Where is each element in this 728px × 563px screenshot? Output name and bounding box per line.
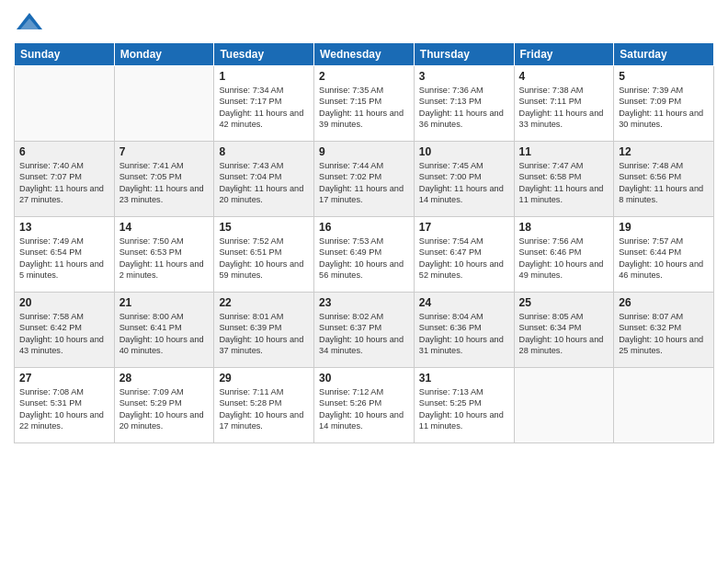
day-number: 29 [219, 372, 309, 385]
calendar-cell: 9Sunrise: 7:44 AM Sunset: 7:02 PM Daylig… [314, 142, 415, 217]
day-header-saturday: Saturday [614, 43, 714, 66]
day-number: 7 [119, 145, 210, 158]
cell-content: Sunrise: 7:12 AM Sunset: 5:26 PM Dayligh… [319, 386, 409, 432]
day-number: 8 [219, 145, 309, 158]
calendar-cell [114, 66, 214, 142]
calendar-cell: 11Sunrise: 7:47 AM Sunset: 6:58 PM Dayli… [514, 142, 614, 217]
cell-content: Sunrise: 7:50 AM Sunset: 6:53 PM Dayligh… [119, 236, 210, 282]
cell-content: Sunrise: 8:04 AM Sunset: 6:36 PM Dayligh… [419, 311, 509, 357]
calendar-cell: 28Sunrise: 7:09 AM Sunset: 5:29 PM Dayli… [114, 368, 214, 443]
calendar-cell: 3Sunrise: 7:36 AM Sunset: 7:13 PM Daylig… [414, 66, 514, 142]
day-header-monday: Monday [114, 43, 214, 66]
calendar-cell: 2Sunrise: 7:35 AM Sunset: 7:15 PM Daylig… [314, 66, 415, 142]
day-number: 12 [619, 145, 709, 158]
cell-content: Sunrise: 7:44 AM Sunset: 7:02 PM Dayligh… [319, 160, 409, 206]
calendar-week-row: 1Sunrise: 7:34 AM Sunset: 7:17 PM Daylig… [15, 66, 714, 142]
calendar-week-row: 20Sunrise: 7:58 AM Sunset: 6:42 PM Dayli… [15, 293, 714, 368]
cell-content: Sunrise: 7:13 AM Sunset: 5:25 PM Dayligh… [419, 386, 509, 432]
cell-content: Sunrise: 8:07 AM Sunset: 6:32 PM Dayligh… [619, 311, 709, 357]
day-number: 6 [19, 145, 109, 158]
cell-content: Sunrise: 7:58 AM Sunset: 6:42 PM Dayligh… [19, 311, 109, 357]
calendar-cell [15, 66, 115, 142]
calendar-cell: 15Sunrise: 7:52 AM Sunset: 6:51 PM Dayli… [214, 217, 314, 293]
cell-content: Sunrise: 7:47 AM Sunset: 6:58 PM Dayligh… [519, 160, 609, 206]
calendar-cell: 12Sunrise: 7:48 AM Sunset: 6:56 PM Dayli… [614, 142, 714, 217]
day-header-sunday: Sunday [15, 43, 115, 66]
cell-content: Sunrise: 7:38 AM Sunset: 7:11 PM Dayligh… [519, 85, 609, 131]
day-number: 13 [19, 221, 109, 234]
cell-content: Sunrise: 7:34 AM Sunset: 7:17 PM Dayligh… [219, 85, 309, 131]
day-number: 28 [119, 372, 210, 385]
cell-content: Sunrise: 7:48 AM Sunset: 6:56 PM Dayligh… [619, 160, 709, 206]
day-number: 23 [319, 296, 409, 309]
calendar-week-row: 27Sunrise: 7:08 AM Sunset: 5:31 PM Dayli… [15, 368, 714, 443]
calendar-cell: 30Sunrise: 7:12 AM Sunset: 5:26 PM Dayli… [314, 368, 415, 443]
calendar-cell [614, 368, 714, 443]
calendar-cell: 18Sunrise: 7:56 AM Sunset: 6:46 PM Dayli… [514, 217, 614, 293]
calendar-cell: 16Sunrise: 7:53 AM Sunset: 6:49 PM Dayli… [314, 217, 415, 293]
day-header-tuesday: Tuesday [214, 43, 314, 66]
day-number: 20 [19, 296, 109, 309]
calendar-week-row: 13Sunrise: 7:49 AM Sunset: 6:54 PM Dayli… [15, 217, 714, 293]
calendar-cell: 29Sunrise: 7:11 AM Sunset: 5:28 PM Dayli… [214, 368, 314, 443]
calendar-cell: 24Sunrise: 8:04 AM Sunset: 6:36 PM Dayli… [414, 293, 514, 368]
calendar-cell: 6Sunrise: 7:40 AM Sunset: 7:07 PM Daylig… [15, 142, 115, 217]
day-number: 4 [519, 70, 609, 83]
cell-content: Sunrise: 7:43 AM Sunset: 7:04 PM Dayligh… [219, 160, 309, 206]
page: SundayMondayTuesdayWednesdayThursdayFrid… [0, 0, 728, 563]
cell-content: Sunrise: 7:57 AM Sunset: 6:44 PM Dayligh… [619, 236, 709, 282]
cell-content: Sunrise: 7:45 AM Sunset: 7:00 PM Dayligh… [419, 160, 509, 206]
day-number: 10 [419, 145, 509, 158]
header [14, 9, 714, 35]
calendar-cell: 27Sunrise: 7:08 AM Sunset: 5:31 PM Dayli… [15, 368, 115, 443]
calendar-table: SundayMondayTuesdayWednesdayThursdayFrid… [14, 42, 714, 443]
calendar-cell: 7Sunrise: 7:41 AM Sunset: 7:05 PM Daylig… [114, 142, 214, 217]
day-number: 25 [519, 296, 609, 309]
calendar-cell [514, 368, 614, 443]
cell-content: Sunrise: 7:52 AM Sunset: 6:51 PM Dayligh… [219, 236, 309, 282]
calendar-cell: 20Sunrise: 7:58 AM Sunset: 6:42 PM Dayli… [15, 293, 115, 368]
cell-content: Sunrise: 7:56 AM Sunset: 6:46 PM Dayligh… [519, 236, 609, 282]
day-number: 2 [319, 70, 409, 83]
cell-content: Sunrise: 8:02 AM Sunset: 6:37 PM Dayligh… [319, 311, 409, 357]
day-number: 1 [219, 70, 309, 83]
calendar-cell: 21Sunrise: 8:00 AM Sunset: 6:41 PM Dayli… [114, 293, 214, 368]
calendar-cell: 14Sunrise: 7:50 AM Sunset: 6:53 PM Dayli… [114, 217, 214, 293]
calendar-cell: 22Sunrise: 8:01 AM Sunset: 6:39 PM Dayli… [214, 293, 314, 368]
day-number: 11 [519, 145, 609, 158]
cell-content: Sunrise: 7:40 AM Sunset: 7:07 PM Dayligh… [19, 160, 109, 206]
day-number: 14 [119, 221, 210, 234]
cell-content: Sunrise: 7:35 AM Sunset: 7:15 PM Dayligh… [319, 85, 409, 131]
day-number: 26 [619, 296, 709, 309]
calendar-cell: 8Sunrise: 7:43 AM Sunset: 7:04 PM Daylig… [214, 142, 314, 217]
calendar-cell: 10Sunrise: 7:45 AM Sunset: 7:00 PM Dayli… [414, 142, 514, 217]
day-number: 5 [619, 70, 709, 83]
cell-content: Sunrise: 7:54 AM Sunset: 6:47 PM Dayligh… [419, 236, 509, 282]
day-number: 15 [219, 221, 309, 234]
cell-content: Sunrise: 7:09 AM Sunset: 5:29 PM Dayligh… [119, 386, 210, 432]
cell-content: Sunrise: 7:53 AM Sunset: 6:49 PM Dayligh… [319, 236, 409, 282]
day-header-thursday: Thursday [414, 43, 514, 66]
day-header-friday: Friday [514, 43, 614, 66]
cell-content: Sunrise: 8:00 AM Sunset: 6:41 PM Dayligh… [119, 311, 210, 357]
calendar-cell: 25Sunrise: 8:05 AM Sunset: 6:34 PM Dayli… [514, 293, 614, 368]
calendar-cell: 4Sunrise: 7:38 AM Sunset: 7:11 PM Daylig… [514, 66, 614, 142]
day-number: 17 [419, 221, 509, 234]
day-number: 22 [219, 296, 309, 309]
day-number: 30 [319, 372, 409, 385]
calendar-cell: 17Sunrise: 7:54 AM Sunset: 6:47 PM Dayli… [414, 217, 514, 293]
cell-content: Sunrise: 7:08 AM Sunset: 5:31 PM Dayligh… [19, 386, 109, 432]
calendar-cell: 23Sunrise: 8:02 AM Sunset: 6:37 PM Dayli… [314, 293, 415, 368]
day-number: 3 [419, 70, 509, 83]
calendar-cell: 1Sunrise: 7:34 AM Sunset: 7:17 PM Daylig… [214, 66, 314, 142]
calendar-cell: 5Sunrise: 7:39 AM Sunset: 7:09 PM Daylig… [614, 66, 714, 142]
calendar-header-row: SundayMondayTuesdayWednesdayThursdayFrid… [15, 43, 714, 66]
day-header-wednesday: Wednesday [314, 43, 415, 66]
day-number: 24 [419, 296, 509, 309]
cell-content: Sunrise: 7:49 AM Sunset: 6:54 PM Dayligh… [19, 236, 109, 282]
day-number: 27 [19, 372, 109, 385]
day-number: 21 [119, 296, 210, 309]
calendar-cell: 19Sunrise: 7:57 AM Sunset: 6:44 PM Dayli… [614, 217, 714, 293]
calendar-cell: 31Sunrise: 7:13 AM Sunset: 5:25 PM Dayli… [414, 368, 514, 443]
cell-content: Sunrise: 7:41 AM Sunset: 7:05 PM Dayligh… [119, 160, 210, 206]
